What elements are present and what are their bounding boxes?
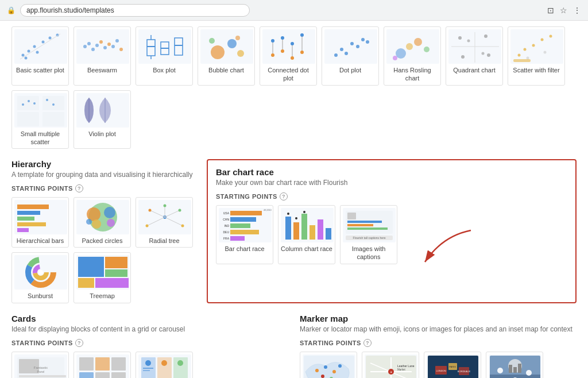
svg-text:Panel: Panel	[37, 370, 45, 373]
browser-icons: ⊡ ☆ ⋮	[547, 6, 581, 15]
thumb-hierarchical-bars[interactable]: Hierarchical bars	[11, 197, 69, 248]
svg-point-7	[36, 51, 39, 54]
thumb-carousel[interactable]: Fantastic Panel Carousel	[11, 352, 69, 378]
thumb-small-multiple-scatter[interactable]: Small multiple scatter	[11, 90, 69, 149]
svg-rect-111	[78, 257, 104, 277]
svg-text:USA: USA	[223, 211, 230, 215]
svg-point-15	[107, 43, 111, 46]
thumb-emoji-map[interactable]: LONDON PARIS BORDEAUX Emoji map	[424, 352, 481, 378]
hierarchy-help-icon[interactable]: ?	[75, 184, 83, 192]
marker-map-help-icon[interactable]: ?	[363, 339, 372, 347]
svg-point-133	[287, 213, 289, 215]
svg-text:IND: IND	[224, 224, 229, 227]
thumb-box-plot[interactable]: Box plot	[136, 26, 193, 86]
svg-rect-74	[17, 112, 39, 126]
thumb-radial-tree[interactable]: Radial tree	[136, 197, 193, 248]
svg-point-79	[46, 99, 48, 101]
svg-point-54	[406, 43, 413, 50]
thumb-treemap[interactable]: Treemap	[74, 252, 131, 303]
svg-point-80	[52, 103, 55, 106]
bar-chart-race-help-icon[interactable]: ?	[280, 192, 288, 200]
thumb-bar-chart-race[interactable]: USA CHN IND DEU FRA 43,210.00 Bar chart …	[216, 205, 273, 264]
svg-point-40	[291, 56, 294, 60]
svg-point-135	[303, 211, 305, 213]
thumb-profiles[interactable]: Profiles	[136, 352, 193, 378]
hierarchy-thumbs: Hierarchical bars Packed	[11, 197, 195, 303]
thumb-beeswarm[interactable]: Beeswarm	[74, 26, 131, 86]
svg-text:BORDEAUX: BORDEAUX	[458, 370, 471, 373]
svg-text:FRA: FRA	[223, 237, 230, 240]
thumb-basic-scatter[interactable]: Basic scatter plot	[11, 26, 69, 86]
svg-point-169	[338, 364, 342, 368]
svg-point-192	[497, 368, 503, 373]
svg-point-64	[518, 54, 521, 57]
thumb-scatter-filter[interactable]: Scatter with filter	[508, 26, 565, 86]
svg-point-92	[107, 219, 115, 227]
hierarchy-desc: A template for grouping data and visuali…	[11, 171, 195, 179]
svg-point-102	[179, 209, 181, 212]
cast-icon: ⊡	[547, 6, 554, 15]
thumb-dot-plot[interactable]: Dot plot	[322, 26, 379, 86]
svg-point-168	[321, 375, 324, 378]
marker-map-desc: Marker or locator map with emoji, icons …	[300, 325, 577, 333]
svg-point-14	[103, 46, 107, 49]
thumb-category-dot-map[interactable]: Category dot map	[300, 352, 357, 378]
svg-point-11	[91, 48, 95, 51]
svg-point-48	[356, 45, 359, 48]
svg-point-101	[149, 209, 152, 212]
svg-rect-189	[509, 365, 512, 373]
svg-rect-72	[17, 96, 39, 110]
svg-point-28	[227, 39, 237, 48]
svg-point-50	[366, 40, 369, 44]
url-bar[interactable]: app.flourish.studio/templates	[20, 4, 250, 17]
thumb-connected-dot[interactable]: Connected dot plot	[260, 26, 317, 86]
svg-point-45	[340, 48, 343, 51]
svg-point-70	[544, 51, 547, 54]
svg-rect-190	[513, 367, 517, 373]
bar-chart-race-thumbs: USA CHN IND DEU FRA 43,210.00 Bar chart …	[216, 205, 567, 264]
thumb-hans-rosling[interactable]: Hans Rosling chart	[384, 26, 441, 86]
svg-point-76	[22, 103, 24, 106]
cards-section: Cards Ideal for displaying blocks of con…	[11, 314, 288, 378]
thumb-bubble-chart[interactable]: Bubble chart	[198, 26, 255, 86]
bar-chart-race-section: Bar chart race Make your own bar chart r…	[207, 159, 577, 303]
svg-point-100	[164, 205, 167, 207]
thumb-grid[interactable]: Grid	[74, 352, 131, 378]
thumb-column-chart-race[interactable]: Column chart race	[278, 205, 335, 264]
svg-rect-140	[347, 227, 388, 230]
thumb-sunburst[interactable]: Sunburst	[11, 252, 69, 303]
lock-icon: 🔒	[7, 6, 16, 14]
svg-text:43,210.00: 43,210.00	[264, 209, 272, 211]
hierarchy-section: Hierarchy A template for grouping data a…	[11, 159, 195, 303]
thumb-images-captions[interactable]: Flourish tall captions here Images with …	[340, 205, 397, 264]
svg-line-99	[165, 217, 183, 226]
svg-rect-137	[347, 213, 356, 219]
bookmark-icon: ☆	[560, 6, 567, 15]
thumb-city-level-map[interactable]: ● Leather Lane Market City level map	[362, 352, 419, 378]
svg-rect-114	[78, 278, 94, 288]
svg-point-110	[38, 270, 43, 275]
svg-point-193	[526, 370, 532, 376]
svg-rect-86	[17, 222, 46, 226]
svg-text:DEU: DEU	[223, 230, 229, 234]
bar-chart-race-starting-points-label: STARTING POINTS ?	[216, 192, 567, 200]
thumb-packed-circles[interactable]: Packed circles	[74, 197, 131, 248]
hierarchy-race-row: Hierarchy A template for grouping data a…	[11, 159, 577, 303]
svg-line-97	[165, 210, 180, 217]
svg-point-27	[211, 45, 225, 59]
thumb-image-map[interactable]: Image map	[486, 352, 543, 378]
svg-point-4	[49, 37, 52, 40]
svg-rect-162	[143, 368, 153, 369]
svg-rect-19	[147, 40, 155, 56]
cards-help-icon[interactable]: ?	[75, 339, 83, 347]
svg-rect-139	[347, 224, 373, 226]
svg-point-43	[300, 51, 304, 54]
bar-chart-race-desc: Make your own bar chart race with Flouri…	[216, 179, 567, 187]
svg-rect-146	[19, 375, 66, 377]
thumb-quadrant-chart[interactable]: Quadrant chart	[446, 26, 503, 86]
bottom-sections: Cards Ideal for displaying blocks of con…	[11, 314, 577, 378]
svg-point-60	[487, 53, 490, 57]
svg-line-8	[20, 34, 60, 59]
svg-text:Leather Lane: Leather Lane	[397, 364, 415, 368]
thumb-violin-plot[interactable]: Violin plot	[74, 90, 131, 149]
